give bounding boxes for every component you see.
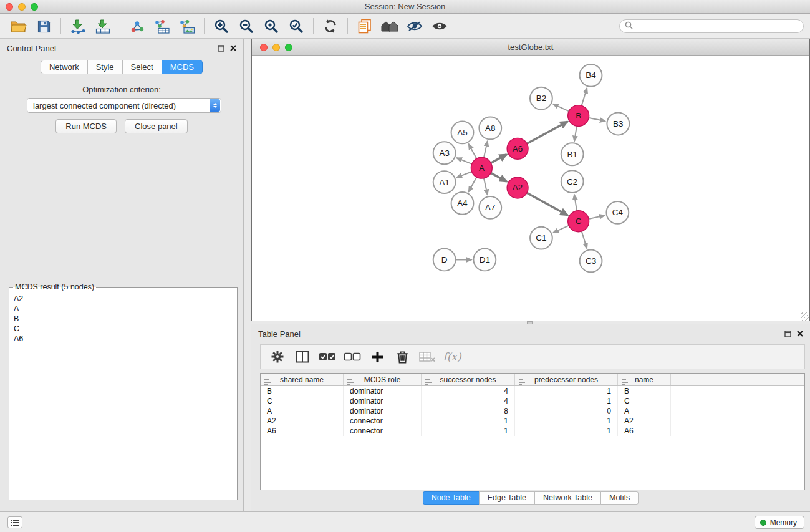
edge-B-B3[interactable] bbox=[589, 118, 605, 121]
refresh-icon[interactable] bbox=[318, 16, 343, 37]
edge-A-A8[interactable] bbox=[484, 141, 488, 158]
node-B3[interactable]: B3 bbox=[607, 113, 629, 135]
edge-C-C3[interactable] bbox=[582, 231, 587, 249]
table-row[interactable]: A2connector11A2 bbox=[261, 416, 804, 426]
node-A[interactable]: A bbox=[471, 157, 492, 178]
window-resize-grip[interactable] bbox=[801, 312, 809, 321]
node-C1[interactable]: C1 bbox=[530, 227, 552, 249]
add-column-icon[interactable] bbox=[366, 347, 388, 367]
edge-B-B4[interactable] bbox=[582, 88, 587, 106]
edge-A-A4[interactable] bbox=[468, 177, 476, 192]
edge-A-A5[interactable] bbox=[468, 144, 476, 159]
search-box[interactable] bbox=[619, 19, 804, 33]
import-network-icon[interactable] bbox=[65, 16, 90, 37]
export-image-icon[interactable] bbox=[175, 16, 200, 37]
node-A6[interactable]: A6 bbox=[507, 138, 528, 159]
mcds-result-item[interactable]: A2 bbox=[11, 294, 236, 304]
network-window-titlebar[interactable]: testGlobe.txt bbox=[252, 39, 809, 56]
tab-node-table[interactable]: Node Table bbox=[423, 491, 480, 505]
column-header-MCDS-role[interactable]: MCDS role bbox=[344, 374, 422, 385]
zoom-fit-icon[interactable] bbox=[259, 16, 284, 37]
edge-A-A2[interactable] bbox=[491, 173, 506, 181]
home-icon[interactable] bbox=[377, 16, 402, 37]
task-history-button[interactable] bbox=[7, 516, 22, 528]
import-table-icon[interactable] bbox=[90, 16, 115, 37]
edge-A-A7[interactable] bbox=[484, 178, 488, 195]
node-D[interactable]: D bbox=[433, 249, 456, 271]
node-C3[interactable]: C3 bbox=[580, 250, 602, 273]
column-layout-icon[interactable] bbox=[291, 347, 314, 367]
node-A4[interactable]: A4 bbox=[451, 192, 474, 215]
mcds-result-item[interactable]: A6 bbox=[11, 334, 236, 344]
node-A1[interactable]: A1 bbox=[433, 171, 456, 193]
copy-icon[interactable] bbox=[352, 16, 377, 37]
node-A8[interactable]: A8 bbox=[479, 117, 501, 140]
memory-button[interactable]: Memory bbox=[755, 516, 804, 529]
table-row[interactable]: Cdominator41C bbox=[261, 396, 804, 406]
table-row[interactable]: Adominator80A bbox=[261, 406, 804, 416]
edge-A2-C[interactable] bbox=[527, 193, 567, 215]
mcds-result-item[interactable]: C bbox=[11, 324, 236, 334]
node-A3[interactable]: A3 bbox=[433, 142, 456, 164]
close-panel-button[interactable]: Close panel bbox=[125, 119, 188, 133]
node-B1[interactable]: B1 bbox=[561, 143, 584, 165]
open-session-icon[interactable] bbox=[6, 16, 31, 37]
table-row[interactable]: Bdominator41B bbox=[261, 386, 804, 396]
node-B4[interactable]: B4 bbox=[580, 64, 602, 87]
zoom-selected-icon[interactable] bbox=[284, 16, 309, 37]
select-all-icon[interactable] bbox=[316, 347, 339, 367]
close-panel-icon[interactable] bbox=[230, 45, 236, 51]
float-table-panel-icon[interactable] bbox=[784, 331, 791, 337]
column-header-name[interactable]: name bbox=[618, 374, 671, 385]
tab-network-table[interactable]: Network Table bbox=[534, 491, 601, 505]
edge-C-C2[interactable] bbox=[574, 195, 577, 211]
search-input[interactable] bbox=[636, 22, 798, 31]
zoom-out-icon[interactable] bbox=[234, 16, 259, 37]
node-A2[interactable]: A2 bbox=[507, 177, 528, 198]
node-B[interactable]: B bbox=[568, 105, 589, 127]
optimization-dropdown[interactable]: largest connected component (directed) bbox=[27, 98, 221, 113]
tab-edge-table[interactable]: Edge Table bbox=[479, 491, 535, 505]
node-C2[interactable]: C2 bbox=[561, 170, 584, 193]
edge-A-A1[interactable] bbox=[456, 172, 471, 177]
mcds-result-item[interactable]: B bbox=[11, 314, 236, 324]
edge-A-A6[interactable] bbox=[491, 155, 506, 163]
edge-C-C1[interactable] bbox=[553, 226, 569, 233]
show-graphics-icon[interactable] bbox=[402, 16, 427, 37]
tab-motifs[interactable]: Motifs bbox=[600, 491, 639, 505]
node-B2[interactable]: B2 bbox=[530, 87, 552, 110]
node-A5[interactable]: A5 bbox=[451, 122, 474, 144]
deselect-all-icon[interactable] bbox=[341, 347, 364, 367]
save-session-icon[interactable] bbox=[31, 16, 56, 37]
close-table-panel-icon[interactable] bbox=[797, 331, 803, 337]
delete-column-icon[interactable] bbox=[391, 347, 413, 367]
edge-A-A3[interactable] bbox=[456, 158, 472, 164]
column-header-predecessor-nodes[interactable]: predecessor nodes bbox=[515, 374, 618, 385]
network-canvas[interactable]: B4B2BB3A5A8A6B1A3AA1C2A2A4A7C4CC1C3DD1 bbox=[252, 56, 809, 321]
eye-icon[interactable] bbox=[427, 16, 452, 37]
table-settings-icon[interactable] bbox=[266, 347, 289, 367]
float-panel-icon[interactable] bbox=[218, 45, 224, 52]
edge-B-B1[interactable] bbox=[574, 126, 577, 141]
tab-mcds[interactable]: MCDS bbox=[162, 60, 203, 74]
column-header-successor-nodes[interactable]: successor nodes bbox=[422, 374, 515, 385]
network-table-icon[interactable] bbox=[150, 16, 175, 37]
tab-select[interactable]: Select bbox=[123, 60, 162, 74]
function-builder-icon[interactable]: f(x) bbox=[441, 347, 463, 367]
table-row[interactable]: A6connector11A6 bbox=[261, 426, 804, 436]
mcds-result-item[interactable]: A bbox=[11, 304, 236, 314]
node-D1[interactable]: D1 bbox=[473, 249, 496, 271]
new-network-icon[interactable] bbox=[125, 16, 150, 37]
delete-table-icon[interactable] bbox=[416, 347, 438, 367]
edge-B-B2[interactable] bbox=[553, 104, 569, 112]
tab-network[interactable]: Network bbox=[41, 60, 88, 74]
run-mcds-button[interactable]: Run MCDS bbox=[55, 119, 117, 133]
node-C[interactable]: C bbox=[568, 211, 589, 232]
node-C4[interactable]: C4 bbox=[606, 201, 629, 224]
edge-A6-B[interactable] bbox=[527, 122, 567, 143]
node-A7[interactable]: A7 bbox=[479, 196, 501, 219]
column-header-shared-name[interactable]: shared name bbox=[261, 374, 344, 385]
tab-style[interactable]: Style bbox=[88, 60, 123, 74]
zoom-in-icon[interactable] bbox=[209, 16, 234, 37]
edge-C-C4[interactable] bbox=[589, 215, 605, 219]
